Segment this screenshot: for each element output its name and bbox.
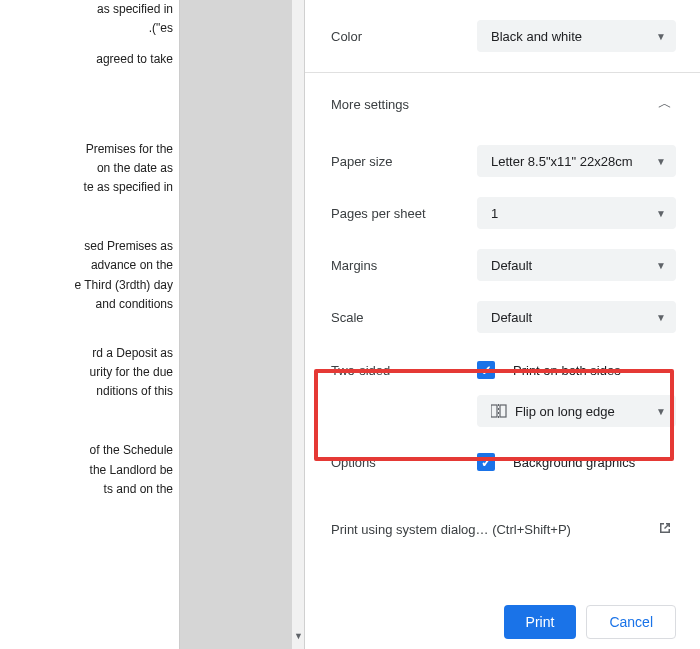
margins-label: Margins [331,258,477,273]
pages-per-sheet-dropdown[interactable]: 1 ▼ [477,197,676,229]
pages-per-sheet-label: Pages per sheet [331,206,477,221]
system-dialog-text: Print using system dialog… [331,522,489,537]
scale-label: Scale [331,310,477,325]
margins-value: Default [491,258,532,273]
chevron-up-icon: ︿ [658,95,672,113]
paper-size-dropdown[interactable]: Letter 8.5"x11" 22x28cm ▼ [477,145,676,177]
print-settings-panel: Color Black and white ▼ More settings ︿ … [304,0,700,649]
chevron-down-icon: ▼ [656,208,666,219]
chevron-down-icon: ▼ [656,260,666,271]
scale-value: Default [491,310,532,325]
system-dialog-link[interactable]: Print using system dialog… (Ctrl+Shift+P… [305,501,700,558]
more-settings-toggle[interactable]: More settings ︿ [305,73,700,135]
color-dropdown[interactable]: Black and white ▼ [477,20,676,52]
svg-rect-0 [491,405,497,417]
two-sided-label: Two-sided [331,363,477,378]
print-button[interactable]: Print [504,605,577,639]
preview-gutter [180,0,300,649]
flip-value: Flip on long edge [515,404,615,419]
options-label: Options [331,455,477,470]
scroll-down-icon[interactable]: ▼ [294,631,303,641]
preview-scrollbar[interactable] [292,0,304,649]
external-link-icon [658,521,672,538]
chevron-down-icon: ▼ [656,406,666,417]
chevron-down-icon: ▼ [656,31,666,42]
chevron-down-icon: ▼ [656,312,666,323]
two-sided-check-label: Print on both sides [513,363,621,378]
flip-icon [491,404,507,418]
pages-per-sheet-value: 1 [491,206,498,221]
color-value: Black and white [491,29,582,44]
color-label: Color [331,29,477,44]
flip-dropdown[interactable]: Flip on long edge ▼ [477,395,676,427]
two-sided-checkbox[interactable]: ✓ [477,361,495,379]
background-graphics-label: Background graphics [513,455,635,470]
paper-size-value: Letter 8.5"x11" 22x28cm [491,154,632,169]
margins-dropdown[interactable]: Default ▼ [477,249,676,281]
document-preview: as specified ines"). agreed to take Prem… [0,0,180,649]
paper-size-label: Paper size [331,154,477,169]
svg-rect-1 [500,405,506,417]
scale-dropdown[interactable]: Default ▼ [477,301,676,333]
more-settings-label: More settings [331,97,409,112]
cancel-button[interactable]: Cancel [586,605,676,639]
background-graphics-checkbox[interactable]: ✓ [477,453,495,471]
chevron-down-icon: ▼ [656,156,666,167]
system-dialog-shortcut: (Ctrl+Shift+P) [492,522,571,537]
